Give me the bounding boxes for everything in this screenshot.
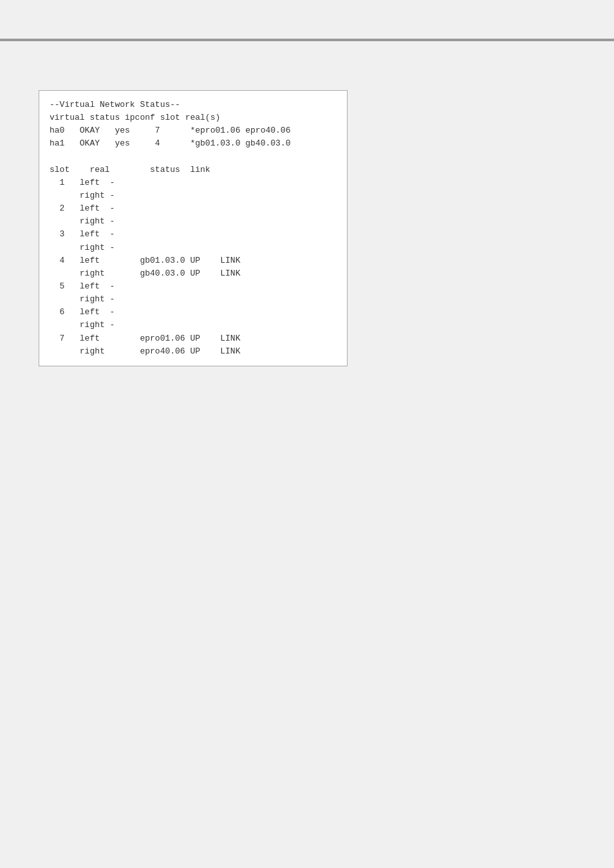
terminal-output: --Virtual Network Status-- virtual statu… [50,99,337,358]
content-area: --Virtual Network Status-- virtual statu… [39,52,575,366]
terminal-box: --Virtual Network Status-- virtual statu… [39,90,348,366]
top-bar [0,39,614,41]
